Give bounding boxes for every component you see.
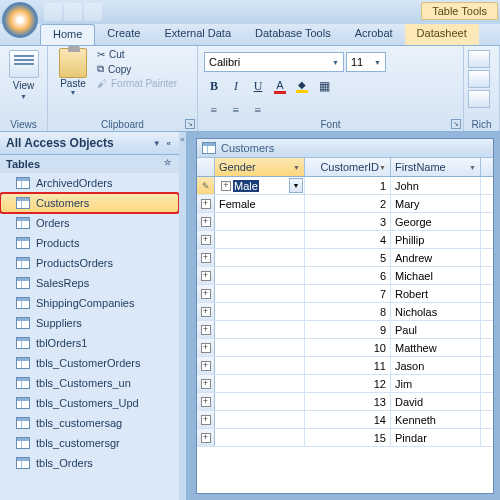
row-selector[interactable]: + (197, 285, 215, 302)
expand-row-icon[interactable]: + (201, 217, 211, 227)
rich-button-1[interactable] (468, 50, 490, 68)
cell-firstname[interactable]: Phillip (391, 231, 481, 248)
cell-customerid[interactable]: 14 (305, 411, 391, 428)
paste-button[interactable]: Paste ▼ (54, 48, 92, 114)
cell-firstname[interactable]: Michael (391, 267, 481, 284)
row-selector[interactable]: + (197, 303, 215, 320)
row-selector[interactable]: + (197, 375, 215, 392)
rich-button-2[interactable] (468, 70, 490, 88)
cell-gender[interactable] (215, 375, 305, 392)
cell-firstname[interactable]: Andrew (391, 249, 481, 266)
expand-row-icon[interactable]: + (201, 397, 211, 407)
nav-item-tblorders1[interactable]: tblOrders1 (0, 333, 179, 353)
row-selector[interactable]: + (197, 429, 215, 446)
tab-external-data[interactable]: External Data (152, 24, 243, 45)
row-selector[interactable]: + (197, 195, 215, 212)
expand-row-icon[interactable]: + (201, 433, 211, 443)
tab-home[interactable]: Home (40, 24, 95, 45)
cell-firstname[interactable]: David (391, 393, 481, 410)
expand-row-icon[interactable]: + (201, 253, 211, 263)
nav-item-tbls_orders[interactable]: tbls_Orders (0, 453, 179, 473)
column-header-firstname[interactable]: FirstName▼ (391, 158, 481, 176)
nav-item-tbls_customerorders[interactable]: tbls_CustomerOrders (0, 353, 179, 373)
italic-button[interactable]: I (226, 76, 246, 96)
cell-firstname[interactable]: Mary (391, 195, 481, 212)
qat-save-icon[interactable] (44, 3, 62, 21)
row-selector[interactable]: + (197, 357, 215, 374)
cell-firstname[interactable]: George (391, 213, 481, 230)
expand-row-icon[interactable]: + (201, 271, 211, 281)
cell-gender[interactable] (215, 213, 305, 230)
cell-customerid[interactable]: 8 (305, 303, 391, 320)
nav-item-shippingcompanies[interactable]: ShippingCompanies (0, 293, 179, 313)
cut-button[interactable]: ✂Cut (96, 48, 178, 61)
cell-gender[interactable] (215, 339, 305, 356)
qat-undo-icon[interactable] (64, 3, 82, 21)
expand-row-icon[interactable]: + (221, 181, 231, 191)
nav-item-tbls_customersag[interactable]: tbls_customersag (0, 413, 179, 433)
cell-customerid[interactable]: 5 (305, 249, 391, 266)
nav-item-tbls_customersgr[interactable]: tbls_customersgr (0, 433, 179, 453)
gridlines-button[interactable]: ▦ (314, 76, 334, 96)
cell-customerid[interactable]: 3 (305, 213, 391, 230)
cell-customerid[interactable]: 6 (305, 267, 391, 284)
cell-firstname[interactable]: Kenneth (391, 411, 481, 428)
row-selector[interactable]: + (197, 411, 215, 428)
format-painter-button[interactable]: 🖌Format Painter (96, 77, 178, 90)
row-selector[interactable]: + (197, 339, 215, 356)
row-selector[interactable]: + (197, 321, 215, 338)
font-name-select[interactable]: Calibri▼ (204, 52, 344, 72)
nav-item-tbls_customers_un[interactable]: tbls_Customers_un (0, 373, 179, 393)
cell-firstname[interactable]: Pindar (391, 429, 481, 446)
cell-customerid[interactable]: 9 (305, 321, 391, 338)
nav-item-customers[interactable]: Customers (0, 193, 179, 213)
underline-button[interactable]: U (248, 76, 268, 96)
expand-row-icon[interactable]: + (201, 379, 211, 389)
bold-button[interactable]: B (204, 76, 224, 96)
nav-group-header[interactable]: Tables ☆ (0, 155, 179, 173)
chevron-down-icon[interactable]: ▼ (151, 139, 163, 148)
cell-customerid[interactable]: 11 (305, 357, 391, 374)
align-center-button[interactable]: ≡ (226, 100, 246, 120)
expand-row-icon[interactable]: + (201, 415, 211, 425)
row-selector[interactable]: + (197, 231, 215, 248)
cell-firstname[interactable]: Jason (391, 357, 481, 374)
cell-gender[interactable]: Female (215, 195, 305, 212)
tab-database-tools[interactable]: Database Tools (243, 24, 343, 45)
cell-gender[interactable] (215, 393, 305, 410)
collapse-group-icon[interactable]: ☆ (162, 158, 173, 170)
row-selector[interactable]: ✎ (197, 177, 215, 194)
font-color-button[interactable]: A (270, 76, 290, 96)
column-header-customerid[interactable]: CustomerID▼ (305, 158, 391, 176)
select-all-cell[interactable] (197, 158, 215, 176)
font-launcher[interactable]: ↘ (451, 119, 461, 129)
collapse-nav-icon[interactable]: « (165, 139, 173, 148)
cell-firstname[interactable]: John (391, 177, 481, 194)
cell-customerid[interactable]: 12 (305, 375, 391, 392)
tab-acrobat[interactable]: Acrobat (343, 24, 405, 45)
nav-item-orders[interactable]: Orders (0, 213, 179, 233)
align-left-button[interactable]: ≡ (204, 100, 224, 120)
cell-customerid[interactable]: 15 (305, 429, 391, 446)
qat-redo-icon[interactable] (84, 3, 102, 21)
tab-datasheet[interactable]: Datasheet (405, 24, 479, 45)
row-selector[interactable]: + (197, 393, 215, 410)
nav-item-suppliers[interactable]: Suppliers (0, 313, 179, 333)
cell-gender[interactable] (215, 249, 305, 266)
subwindow-titlebar[interactable]: Customers (197, 139, 493, 158)
cell-customerid[interactable]: 4 (305, 231, 391, 248)
cell-firstname[interactable]: Robert (391, 285, 481, 302)
expand-row-icon[interactable]: + (201, 199, 211, 209)
cell-gender[interactable]: +Male▼ (215, 177, 305, 194)
view-button[interactable]: View ▼ (6, 48, 41, 102)
expand-row-icon[interactable]: + (201, 361, 211, 371)
office-button[interactable] (2, 2, 38, 38)
column-header-gender[interactable]: Gender▼ (215, 158, 305, 176)
nav-item-archivedorders[interactable]: ArchivedOrders (0, 173, 179, 193)
cell-gender[interactable] (215, 267, 305, 284)
cell-gender[interactable] (215, 429, 305, 446)
expand-row-icon[interactable]: + (201, 289, 211, 299)
expand-row-icon[interactable]: + (201, 325, 211, 335)
expand-row-icon[interactable]: + (201, 307, 211, 317)
chevron-down-icon[interactable]: ▼ (289, 178, 303, 193)
